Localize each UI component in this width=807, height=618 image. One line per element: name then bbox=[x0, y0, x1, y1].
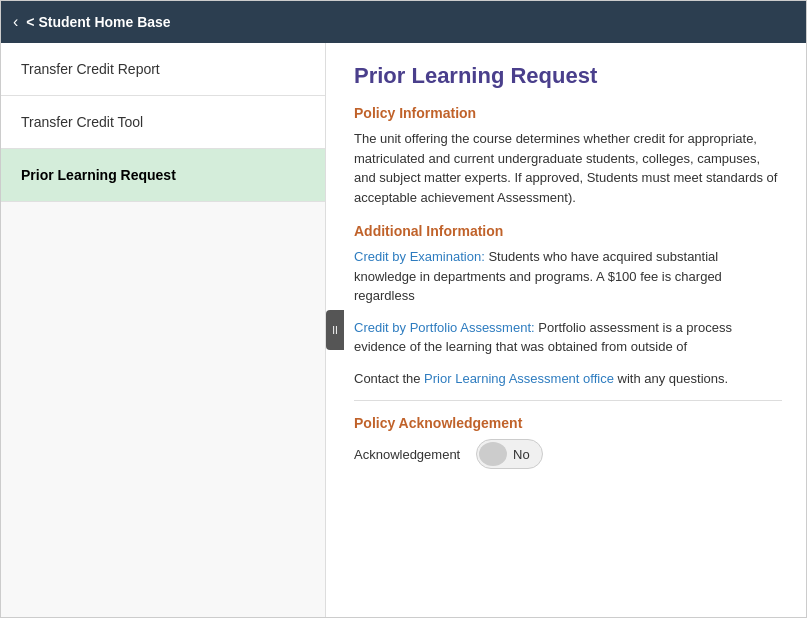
sidebar-item-prior-learning-request[interactable]: Prior Learning Request bbox=[1, 149, 325, 202]
sidebar: Transfer Credit Report Transfer Credit T… bbox=[1, 43, 326, 617]
policy-acknowledgement-section: Policy Acknowledgement Acknowledgement N… bbox=[354, 400, 782, 469]
app-container: ‹ < Student Home Base Transfer Credit Re… bbox=[0, 0, 807, 618]
top-bar: ‹ < Student Home Base bbox=[1, 1, 806, 43]
main-area: Transfer Credit Report Transfer Credit T… bbox=[1, 43, 806, 617]
acknowledgement-toggle[interactable]: No bbox=[476, 439, 543, 469]
collapse-handle[interactable]: II bbox=[326, 310, 344, 350]
back-arrow[interactable]: ‹ bbox=[13, 13, 18, 31]
acknowledgement-row: Acknowledgement No bbox=[354, 439, 782, 469]
sidebar-item-transfer-credit-tool[interactable]: Transfer Credit Tool bbox=[1, 96, 325, 149]
toggle-value: No bbox=[509, 445, 542, 464]
prior-learning-office-link[interactable]: Prior Learning Assessment office bbox=[424, 371, 614, 386]
toggle-knob bbox=[479, 442, 507, 466]
credit-by-examination-block: Credit by Examination: Students who have… bbox=[354, 247, 782, 306]
policy-section-heading: Policy Information bbox=[354, 105, 782, 121]
policy-text: The unit offering the course determines … bbox=[354, 129, 782, 207]
app-title[interactable]: < Student Home Base bbox=[26, 14, 170, 30]
sidebar-item-transfer-credit-report[interactable]: Transfer Credit Report bbox=[1, 43, 325, 96]
credit-by-examination-link[interactable]: Credit by Examination: bbox=[354, 249, 485, 264]
credit-by-portfolio-link[interactable]: Credit by Portfolio Assessment: bbox=[354, 320, 535, 335]
additional-section-heading: Additional Information bbox=[354, 223, 782, 239]
page-title: Prior Learning Request bbox=[354, 63, 782, 89]
content-panel: Prior Learning Request Policy Informatio… bbox=[326, 43, 806, 489]
contact-block: Contact the Prior Learning Assessment of… bbox=[354, 369, 782, 389]
acknowledgement-label: Acknowledgement bbox=[354, 447, 464, 462]
policy-acknowledgement-heading: Policy Acknowledgement bbox=[354, 415, 782, 431]
credit-by-portfolio-block: Credit by Portfolio Assessment: Portfoli… bbox=[354, 318, 782, 357]
